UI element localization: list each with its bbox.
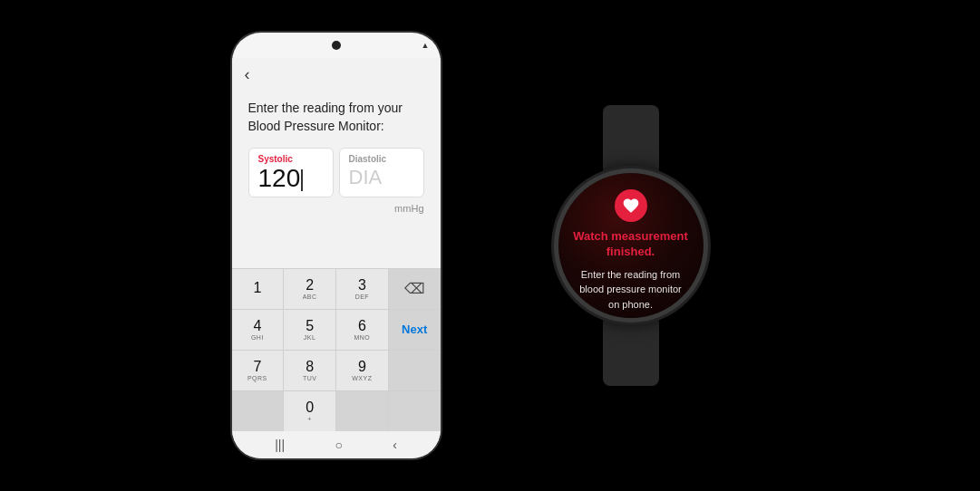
watch-body: Watch measurement finished. Enter the re…: [554, 168, 708, 323]
systolic-field[interactable]: Systolic 120: [248, 148, 334, 197]
nav-home-icon[interactable]: ○: [335, 438, 342, 452]
front-camera: [332, 41, 341, 50]
key-4[interactable]: 4 GHI: [232, 310, 284, 350]
wifi-icon: ▲: [422, 41, 430, 50]
numpad: 1 2 ABC 3 DEF ⌫ 4 GHI: [232, 268, 441, 432]
key-2[interactable]: 2 ABC: [284, 269, 335, 309]
unit-text: mmHg: [248, 203, 424, 214]
key-backspace[interactable]: ⌫: [389, 269, 441, 309]
heart-svg: [622, 197, 640, 215]
heart-rate-icon: [615, 189, 647, 222]
instruction-text: Enter the reading from your Blood Pressu…: [248, 100, 424, 135]
back-button[interactable]: ‹: [245, 65, 250, 84]
key-empty-2: [232, 391, 284, 431]
diastolic-label: Diastolic: [349, 154, 414, 164]
watch-face: Watch measurement finished. Enter the re…: [558, 173, 703, 318]
key-empty-3: [336, 391, 388, 431]
key-empty-4: [389, 391, 441, 431]
top-bar: ‹: [232, 58, 441, 91]
scene: ▲ ‹ Enter the reading from your Blood Pr…: [0, 0, 980, 491]
key-0[interactable]: 0 +: [284, 391, 335, 431]
watch-title: Watch measurement finished.: [573, 229, 688, 260]
status-bar: ▲: [232, 33, 441, 58]
key-9[interactable]: 9 WXYZ: [336, 351, 388, 390]
watch-crown: [703, 233, 708, 258]
phone-screen: ‹ Enter the reading from your Blood Pres…: [232, 58, 441, 458]
watch-band-top: [603, 105, 659, 178]
key-1[interactable]: 1: [232, 269, 284, 309]
key-7[interactable]: 7 PQRS: [232, 351, 284, 390]
watch-body-text: Enter the reading from blood pressure mo…: [579, 267, 682, 313]
key-3[interactable]: 3 DEF: [336, 269, 388, 309]
watch-band-bottom: [603, 313, 659, 386]
systolic-value: 120: [258, 166, 324, 191]
key-5[interactable]: 5 JKL: [284, 310, 335, 350]
key-empty-1: [389, 351, 441, 390]
diastolic-placeholder: DIA: [349, 166, 414, 189]
watch: Watch measurement finished. Enter the re…: [513, 105, 749, 386]
nav-recent-icon[interactable]: |||: [275, 438, 285, 452]
key-8[interactable]: 8 TUV: [284, 351, 335, 390]
key-next[interactable]: Next: [389, 310, 441, 350]
phone-content: Enter the reading from your Blood Pressu…: [232, 91, 441, 268]
diastolic-field[interactable]: Diastolic DIA: [339, 148, 424, 197]
phone: ▲ ‹ Enter the reading from your Blood Pr…: [232, 33, 441, 458]
nav-bar: ||| ○ ‹: [232, 431, 441, 458]
key-6[interactable]: 6 MNO: [336, 310, 388, 350]
bp-inputs: Systolic 120 Diastolic DIA: [248, 148, 424, 197]
nav-back-icon[interactable]: ‹: [393, 438, 397, 452]
systolic-label: Systolic: [258, 154, 324, 164]
